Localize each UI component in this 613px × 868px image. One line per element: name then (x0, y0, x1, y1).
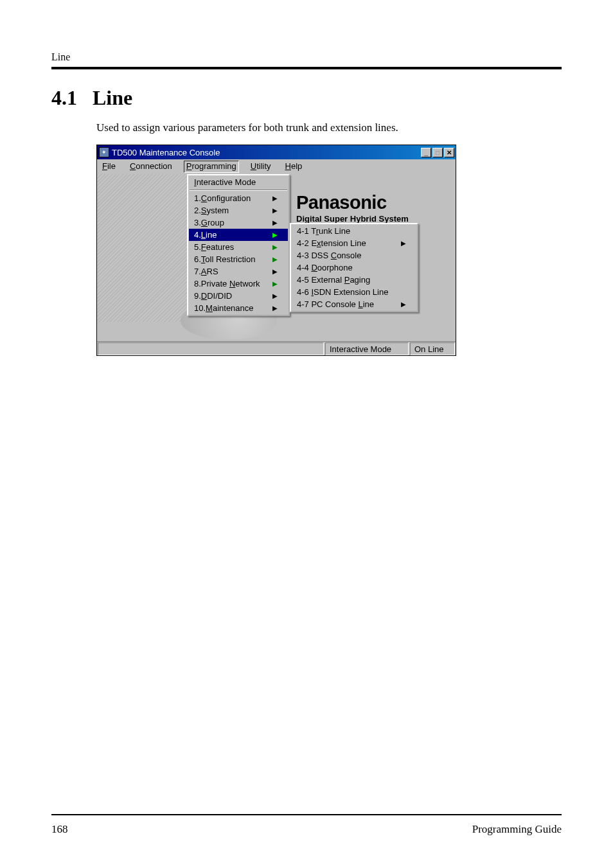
submenu-item-dss-console[interactable]: 4-3 DSS Console (292, 249, 416, 261)
section-description: Used to assign various parameters for bo… (96, 121, 562, 134)
section-title: 4.1 Line (51, 86, 562, 110)
section-name: Line (93, 86, 132, 109)
menu-utility[interactable]: Utility (248, 161, 274, 173)
status-pane-connection: On Line (410, 342, 455, 355)
window-title: TD500 Maintenance Console (112, 148, 421, 157)
menu-item-configuration[interactable]: 1.Configuration▶ (189, 192, 288, 204)
menubar: File Connection Programming Utility Help (97, 159, 456, 174)
submenu-arrow-icon: ▶ (272, 231, 278, 238)
brand-logo: Panasonic (296, 192, 387, 213)
window-controls: _ □ ✕ (421, 148, 454, 157)
programming-dropdown: Interactive Mode 1.Configuration▶ 2.Syst… (187, 174, 290, 316)
app-icon[interactable]: ✦ (99, 147, 109, 157)
submenu-arrow-icon: ▶ (272, 280, 278, 287)
submenu-item-trunk-line[interactable]: 4-1 Trunk Line (292, 225, 416, 237)
menu-programming[interactable]: Programming (184, 161, 239, 173)
statusbar: Interactive Mode On Line (97, 341, 456, 355)
menu-connection[interactable]: Connection (127, 161, 175, 173)
menu-help[interactable]: Help (283, 161, 305, 173)
page-footer: 168 Programming Guide (51, 814, 562, 836)
menu-item-line[interactable]: 4.Line▶ (189, 229, 288, 241)
menu-item-ddi-did[interactable]: 9.DDI/DID▶ (189, 290, 288, 302)
submenu-arrow-icon: ▶ (401, 301, 406, 308)
titlebar: ✦ TD500 Maintenance Console _ □ ✕ (97, 145, 456, 159)
submenu-arrow-icon: ▶ (272, 292, 278, 299)
submenu-item-pc-console[interactable]: 4-7 PC Console Line▶ (292, 298, 416, 310)
status-pane-main (98, 342, 324, 355)
submenu-arrow-icon: ▶ (401, 240, 406, 247)
menu-separator (190, 190, 287, 191)
footer-guide-name: Programming Guide (472, 823, 562, 836)
submenu-item-extension-line[interactable]: 4-2 Extension Line▶ (292, 237, 416, 249)
minimize-button[interactable]: _ (421, 148, 431, 157)
page-header: Line (51, 51, 562, 69)
submenu-arrow-icon: ▶ (272, 305, 278, 312)
menu-item-group[interactable]: 3.Group▶ (189, 217, 288, 229)
menu-item-system[interactable]: 2.System▶ (189, 204, 288, 217)
menu-item-toll-restriction[interactable]: 6.Toll Restriction▶ (189, 253, 288, 265)
submenu-arrow-icon: ▶ (272, 256, 278, 263)
submenu-arrow-icon: ▶ (272, 219, 278, 226)
application-window: ✦ TD500 Maintenance Console _ □ ✕ File C… (96, 145, 456, 356)
background-graphic (97, 174, 187, 322)
page-number: 168 (51, 823, 68, 836)
menu-item-private-network[interactable]: 8.Private Network▶ (189, 278, 288, 290)
menu-file[interactable]: File (100, 161, 118, 173)
menu-item-interactive-mode[interactable]: Interactive Mode (189, 176, 288, 188)
menu-item-ars[interactable]: 7.ARS▶ (189, 265, 288, 278)
line-submenu: 4-1 Trunk Line 4-2 Extension Line▶ 4-3 D… (290, 223, 418, 312)
menu-item-maintenance[interactable]: 10.Maintenance▶ (189, 302, 288, 314)
menu-item-features[interactable]: 5.Features▶ (189, 241, 288, 253)
status-pane-mode: Interactive Mode (325, 342, 409, 355)
close-button[interactable]: ✕ (444, 148, 454, 157)
submenu-arrow-icon: ▶ (272, 207, 278, 214)
submenu-item-isdn-extension[interactable]: 4-6 ISDN Extension Line (292, 286, 416, 298)
submenu-item-external-paging[interactable]: 4-5 External Paging (292, 274, 416, 286)
submenu-arrow-icon: ▶ (272, 195, 278, 202)
submenu-item-doorphone[interactable]: 4-4 Doorphone (292, 261, 416, 274)
maximize-button[interactable]: □ (432, 148, 443, 157)
submenu-arrow-icon: ▶ (272, 244, 278, 251)
submenu-arrow-icon: ▶ (272, 268, 278, 275)
section-number: 4.1 (51, 86, 77, 109)
brand-tagline: Digital Super Hybrid System (296, 214, 409, 224)
client-area: Panasonic Digital Super Hybrid System In… (97, 174, 456, 341)
